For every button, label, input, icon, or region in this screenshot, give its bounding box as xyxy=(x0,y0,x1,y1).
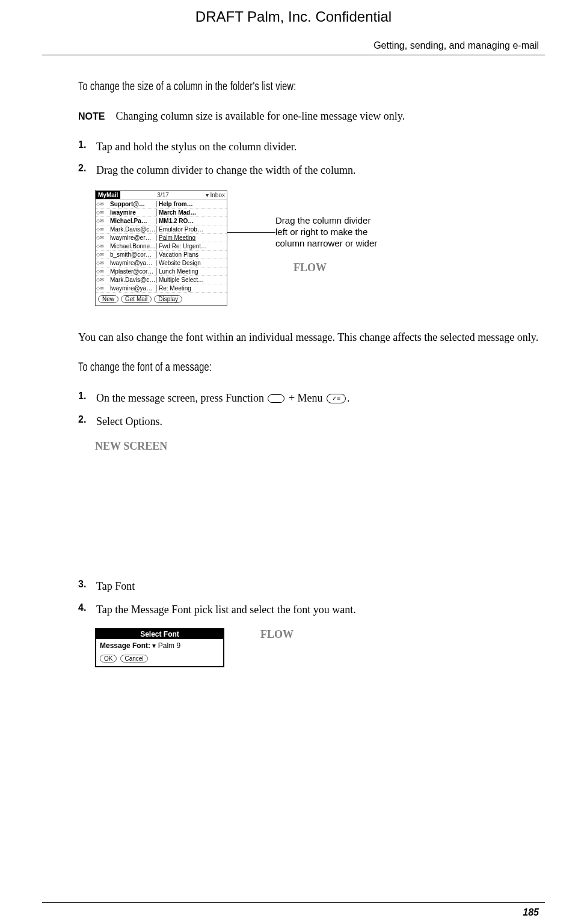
sender-cell: Support@… xyxy=(110,201,157,207)
step-4-font: 4. Tap the Message Font pick list and se… xyxy=(78,602,539,617)
flow-placeholder: FLOW xyxy=(260,628,294,641)
paragraph-font-intro: You can also change the font within an i… xyxy=(78,330,539,345)
folder-dropdown[interactable]: ▾ Inbox xyxy=(206,192,227,198)
list-item[interactable]: ◇✉Mark.Davis@c…Emulator Prob… xyxy=(96,225,227,234)
step-1: 1. Tap and hold the stylus on the column… xyxy=(78,139,539,155)
page-section-header: Getting, sending, and managing e-mail xyxy=(0,40,587,55)
callout-leader-line xyxy=(227,232,275,233)
list-item[interactable]: ◇✉lwaymire@ya…Re: Meeting xyxy=(96,284,227,293)
subject-cell: Website Design xyxy=(157,260,227,266)
sender-cell: lwaymire@ya… xyxy=(110,260,157,266)
note-label: NOTE xyxy=(78,111,105,121)
mail-status-icon: ◇✉ xyxy=(96,201,110,207)
message-font-label: Message Font: xyxy=(100,641,150,650)
subject-cell: Palm Meeting xyxy=(157,234,227,241)
page-number: 185 xyxy=(523,907,539,918)
step-text: On the message screen, press Function + … xyxy=(96,391,539,406)
step-text: Drag the column divider to change the wi… xyxy=(96,163,539,178)
dropdown-arrow-icon: ▾ xyxy=(206,192,209,198)
subject-cell: Fwd:Re: Urgent… xyxy=(157,243,227,249)
sender-cell: Michael.Pa… xyxy=(110,218,157,224)
step-1-font: 1. On the message screen, press Function… xyxy=(78,391,539,406)
note-line: NOTE Changing column size is available f… xyxy=(78,110,539,123)
note-text: Changing column size is available for on… xyxy=(115,110,405,122)
figure-select-font-dialog: Select Font Message Font: ▾ Palm 9 OK Ca… xyxy=(95,628,539,667)
get-mail-button[interactable]: Get Mail xyxy=(121,295,152,303)
callout-text: Drag the column divider left or right to… xyxy=(275,215,384,249)
new-button[interactable]: New xyxy=(98,295,118,303)
function-key-icon xyxy=(268,394,284,403)
sender-cell: Mplaster@cor… xyxy=(110,268,157,275)
step-3-font: 3. Tap Font xyxy=(78,579,539,594)
ok-button[interactable]: OK xyxy=(100,655,117,662)
sender-cell: Mark.Davis@c… xyxy=(110,277,157,283)
message-list: ◇✉Support@…Help from…◇✉lwaymireMarch Mad… xyxy=(96,200,227,293)
subject-cell: Lunch Meeting xyxy=(157,268,227,275)
mail-status-icon: ◇✉ xyxy=(96,235,110,240)
subject-cell: Re: Meeting xyxy=(157,285,227,292)
step-text: Tap Font xyxy=(96,579,539,594)
step-number: 2. xyxy=(78,414,90,429)
sender-cell: lwaymire@ya… xyxy=(110,285,157,292)
list-item[interactable]: ◇✉lwaymire@ya…Website Design xyxy=(96,259,227,268)
mail-status-icon: ◇✉ xyxy=(96,260,110,266)
dialog-body: Message Font: ▾ Palm 9 xyxy=(96,639,223,651)
menu-key-icon: ✓≡ xyxy=(327,394,346,403)
mail-status-icon: ◇✉ xyxy=(96,286,110,291)
app-name-label: MyMail xyxy=(96,191,120,199)
dialog-title: Select Font xyxy=(96,629,223,639)
list-item[interactable]: ◇✉Mplaster@cor…Lunch Meeting xyxy=(96,268,227,276)
step-2: 2. Drag the column divider to change the… xyxy=(78,163,539,178)
sender-cell: Mark.Davis@c… xyxy=(110,226,157,233)
mail-status-icon: ◇✉ xyxy=(96,243,110,249)
step-text: Tap the Message Font pick list and selec… xyxy=(96,602,539,617)
mail-status-icon: ◇✉ xyxy=(96,269,110,274)
cancel-button[interactable]: Cancel xyxy=(120,655,147,662)
footer-divider xyxy=(42,902,545,903)
subject-cell: March Mad… xyxy=(157,209,227,216)
message-font-picklist[interactable]: ▾ Palm 9 xyxy=(152,641,180,650)
sender-cell: Michael.Bonne… xyxy=(110,243,157,249)
step-number: 1. xyxy=(78,391,90,406)
list-item[interactable]: ◇✉Michael.Bonne…Fwd:Re: Urgent… xyxy=(96,242,227,251)
display-button[interactable]: Display xyxy=(154,295,182,303)
step-text: Tap and hold the stylus on the column di… xyxy=(96,139,539,155)
dropdown-arrow-icon: ▾ xyxy=(152,641,156,650)
device-screenshot-inbox: MyMail 3/17 ▾ Inbox ◇✉Support@…Help from… xyxy=(95,190,227,306)
list-item[interactable]: ◇✉lwaymire@er…Palm Meeting xyxy=(96,234,227,242)
step-text: Select Options. xyxy=(96,414,539,429)
subject-cell: Vacation Plans xyxy=(157,251,227,258)
subject-cell: Help from… xyxy=(157,201,227,207)
sender-cell: b_smith@cor… xyxy=(110,251,157,258)
mail-status-icon: ◇✉ xyxy=(96,227,110,232)
flow-placeholder: FLOW xyxy=(294,262,384,274)
list-item[interactable]: ◇✉Support@…Help from… xyxy=(96,200,227,209)
mail-status-icon: ◇✉ xyxy=(96,252,110,257)
new-screen-placeholder: NEW SCREEN xyxy=(95,440,539,453)
sender-cell: lwaymire@er… xyxy=(110,234,157,241)
select-font-dialog: Select Font Message Font: ▾ Palm 9 OK Ca… xyxy=(95,628,224,667)
step-number: 1. xyxy=(78,139,90,155)
device-titlebar: MyMail 3/17 ▾ Inbox xyxy=(96,191,227,200)
device-button-row: New Get Mail Display xyxy=(96,293,227,305)
mail-status-icon: ◇✉ xyxy=(96,218,110,224)
subject-cell: MM1.2 RO… xyxy=(157,218,227,224)
sender-cell: lwaymire xyxy=(110,209,157,216)
date-label: 3/17 xyxy=(120,192,205,198)
dialog-button-row: OK Cancel xyxy=(96,651,223,666)
folder-name: Inbox xyxy=(211,192,225,198)
draft-confidential-header: DRAFT Palm, Inc. Confidential xyxy=(0,0,587,40)
step-number: 3. xyxy=(78,579,90,594)
list-item[interactable]: ◇✉lwaymireMarch Mad… xyxy=(96,209,227,217)
mail-status-icon: ◇✉ xyxy=(96,277,110,283)
list-item[interactable]: ◇✉b_smith@cor…Vacation Plans xyxy=(96,251,227,259)
list-item[interactable]: ◇✉Mark.Davis@c…Multiple Select… xyxy=(96,276,227,284)
step-2-font: 2. Select Options. xyxy=(78,414,539,429)
subject-cell: Multiple Select… xyxy=(157,277,227,283)
section-title-column-size: To change the size of a column in the fo… xyxy=(78,79,542,93)
list-item[interactable]: ◇✉Michael.Pa…MM1.2 RO… xyxy=(96,217,227,225)
step-number: 2. xyxy=(78,163,90,178)
section-title-change-font: To change the font of a message: xyxy=(78,360,542,374)
subject-cell: Emulator Prob… xyxy=(157,226,227,233)
figure-column-divider: MyMail 3/17 ▾ Inbox ◇✉Support@…Help from… xyxy=(95,190,539,306)
